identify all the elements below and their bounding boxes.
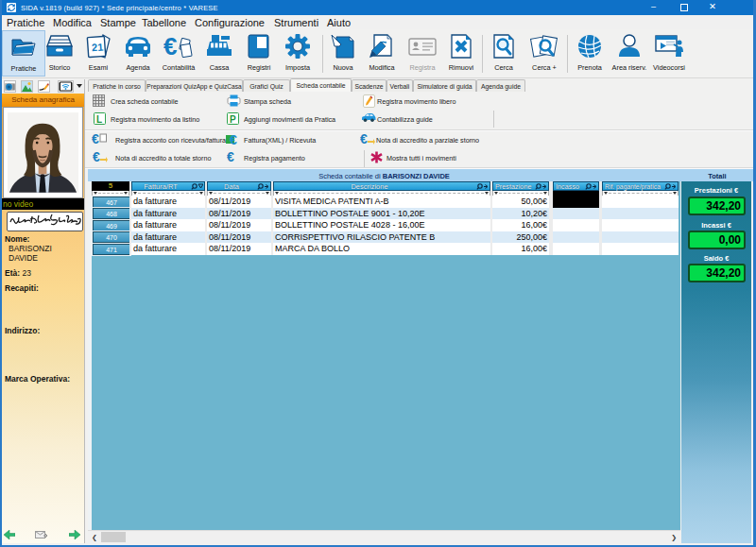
- svg-text:21: 21: [92, 42, 104, 54]
- svg-text:€: €: [93, 151, 100, 163]
- svg-text:P: P: [230, 114, 236, 125]
- svg-text:€: €: [227, 151, 234, 163]
- svg-text:€: €: [163, 33, 177, 60]
- svg-text:€: €: [230, 133, 237, 145]
- svg-text:L: L: [96, 114, 102, 125]
- svg-text:€: €: [360, 133, 368, 145]
- svg-text:€: €: [92, 133, 99, 145]
